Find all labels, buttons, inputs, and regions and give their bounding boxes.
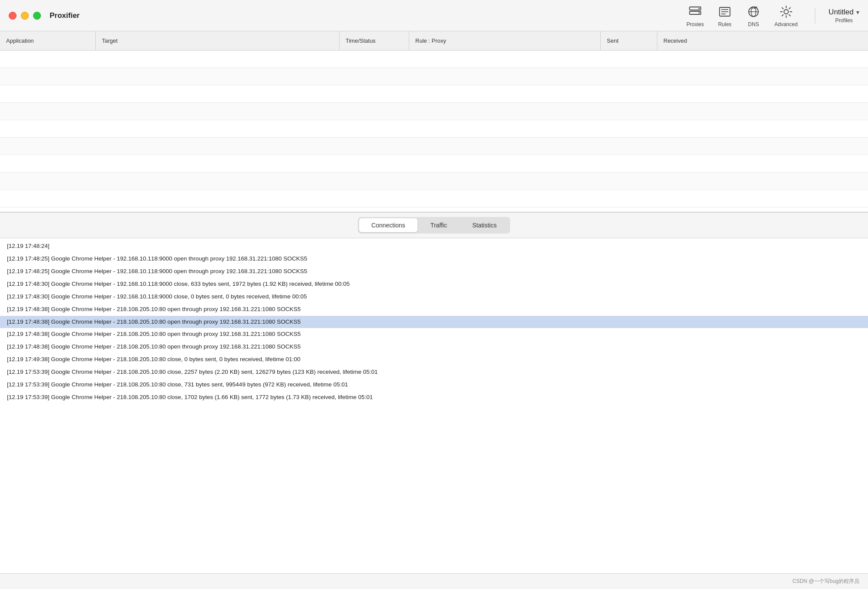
profiles-label: Profiles — [835, 17, 853, 24]
log-line[interactable]: [12.19 17:48:25] Google Chrome Helper - … — [0, 253, 868, 265]
toolbar: Proxies Rules .COM — [686, 4, 797, 27]
toolbar-dns[interactable]: .COM DNS — [746, 4, 761, 27]
footer-text: CSDN @一个写bug的程序员 — [792, 578, 859, 585]
tab-traffic[interactable]: Traffic — [418, 218, 459, 232]
svg-point-3 — [698, 12, 700, 14]
log-line[interactable]: [12.19 17:53:39] Google Chrome Helper - … — [0, 391, 868, 404]
minimize-button[interactable] — [21, 12, 29, 20]
titlebar: Proxifier Proxies — [0, 0, 868, 31]
rules-label: Rules — [718, 21, 732, 27]
advanced-label: Advanced — [774, 21, 797, 27]
col-rule-header: Rule : Proxy — [409, 31, 601, 50]
log-area[interactable]: [12.19 17:48:24][12.19 17:48:25] Google … — [0, 238, 868, 573]
connections-table: Application Target Time/Status Rule : Pr… — [0, 31, 868, 212]
svg-point-2 — [698, 8, 700, 9]
col-target-header: Target — [96, 31, 340, 50]
tab-bar: Connections Traffic Statistics — [0, 212, 868, 238]
profiles-section[interactable]: Untitled ▾ Profiles — [815, 8, 859, 24]
advanced-icon — [778, 4, 794, 20]
log-line[interactable]: [12.19 17:48:25] Google Chrome Helper - … — [0, 265, 868, 278]
log-line[interactable]: [12.19 17:48:38] Google Chrome Helper - … — [0, 341, 868, 353]
col-sent-header: Sent — [601, 31, 657, 50]
close-button[interactable] — [9, 12, 17, 20]
table-row[interactable] — [0, 155, 868, 173]
table-rows — [0, 51, 868, 212]
log-line[interactable]: [12.19 17:48:38] Google Chrome Helper - … — [0, 316, 868, 328]
table-row[interactable] — [0, 85, 868, 103]
log-line[interactable]: [12.19 17:48:38] Google Chrome Helper - … — [0, 328, 868, 341]
profiles-dropdown-arrow: ▾ — [856, 9, 859, 16]
table-row[interactable] — [0, 190, 868, 207]
tab-statistics[interactable]: Statistics — [460, 218, 509, 232]
svg-point-12 — [784, 10, 788, 14]
log-line[interactable]: [12.19 17:48:24] — [0, 240, 868, 253]
traffic-lights — [9, 12, 41, 20]
maximize-button[interactable] — [33, 12, 41, 20]
table-row[interactable] — [0, 68, 868, 85]
col-received-header: Received — [657, 31, 868, 50]
rules-icon — [717, 4, 733, 20]
table-row[interactable] — [0, 120, 868, 138]
log-line[interactable]: [12.19 17:48:30] Google Chrome Helper - … — [0, 278, 868, 291]
log-line[interactable]: [12.19 17:49:38] Google Chrome Helper - … — [0, 353, 868, 366]
profiles-stack: Untitled ▾ Profiles — [828, 8, 859, 24]
toolbar-rules[interactable]: Rules — [717, 4, 733, 27]
tab-group: Connections Traffic Statistics — [358, 217, 510, 234]
proxies-icon — [687, 4, 703, 20]
log-line[interactable]: [12.19 17:53:39] Google Chrome Helper - … — [0, 379, 868, 391]
table-row[interactable] — [0, 51, 868, 68]
app-title: Proxifier — [50, 11, 80, 20]
table-header: Application Target Time/Status Rule : Pr… — [0, 31, 868, 51]
col-application-header: Application — [0, 31, 96, 50]
profiles-title: Untitled — [828, 8, 854, 17]
table-row[interactable] — [0, 103, 868, 120]
dns-label: DNS — [748, 21, 759, 27]
table-row[interactable] — [0, 138, 868, 155]
log-line[interactable]: [12.19 17:48:38] Google Chrome Helper - … — [0, 303, 868, 316]
log-line[interactable]: [12.19 17:48:30] Google Chrome Helper - … — [0, 291, 868, 303]
table-row[interactable] — [0, 173, 868, 190]
col-time-header: Time/Status — [340, 31, 409, 50]
svg-text:.COM: .COM — [750, 6, 757, 10]
tab-connections[interactable]: Connections — [359, 218, 417, 232]
log-line[interactable]: [12.19 17:53:39] Google Chrome Helper - … — [0, 366, 868, 379]
toolbar-advanced[interactable]: Advanced — [774, 4, 797, 27]
proxies-label: Proxies — [686, 21, 704, 27]
footer: CSDN @一个写bug的程序员 — [0, 573, 868, 589]
main-content: Application Target Time/Status Rule : Pr… — [0, 31, 868, 589]
toolbar-proxies[interactable]: Proxies — [686, 4, 704, 27]
dns-icon: .COM — [746, 4, 761, 20]
